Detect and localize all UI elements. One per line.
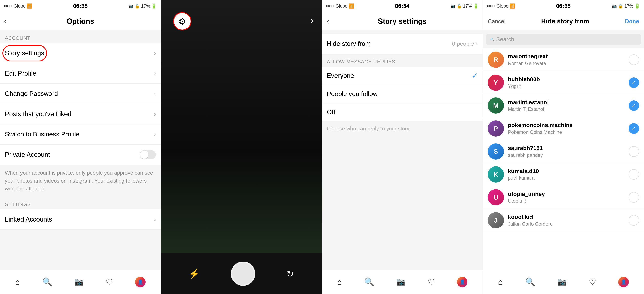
list-item[interactable]: U utopia_tinney Utopia :) [483,186,644,209]
lock-icon-status-1: 🔒 [135,4,140,9]
list-item[interactable]: R maronthegreat Roman Genovata [483,48,644,71]
fullname-utopia-tinney: Utopia :) [508,198,624,204]
tab-search-4[interactable]: 🔍 [525,277,535,287]
reply-hint: Choose who can reply to your story. [322,121,483,136]
tab-profile-3[interactable]: 👤 [457,277,468,287]
hide-story-right: 0 people › [452,41,478,47]
toggle-knob [140,151,148,159]
list-item[interactable]: Y bubbleb00b Yggrit [483,71,644,94]
username-maronthegreat: maronthegreat [508,53,624,60]
status-bar-3: Globe 📶 06:34 📷 🔒 17% 🔋 [322,0,483,12]
tab-profile-1[interactable]: 👤 [135,277,146,287]
gear-icon: ⚙ [178,16,186,27]
signal-dot [326,5,328,7]
check-saurabh7151[interactable] [628,146,639,157]
change-password-label: Change Password [5,90,58,97]
fullname-pokemoncoins: Pokemon Coins Machine [508,129,624,135]
chevron-icon-liked-posts: › [154,111,156,117]
tab-heart-4[interactable]: ♡ [589,277,596,287]
hide-story-nav: Cancel Hide story from Done [483,12,644,31]
tab-home-1[interactable]: ⌂ [15,277,20,286]
menu-item-edit-profile[interactable]: Edit Profile › [0,63,161,84]
spacer-1 [0,230,161,270]
menu-item-story-settings[interactable]: Story settings › [0,43,161,63]
check-bubbleb00b[interactable] [628,77,639,88]
back-button-story[interactable]: ‹ [327,17,329,26]
avatar-koool-kid: J [488,212,504,228]
tab-camera-4[interactable]: 📷 [558,278,566,286]
avatar-bubbleb00b: Y [488,75,504,91]
shutter-button[interactable] [231,261,255,286]
rotate-camera-button[interactable]: ↻ [286,269,294,279]
tab-search-1[interactable]: 🔍 [42,277,52,287]
status-left-4: Globe 📶 [487,4,515,9]
camera-icon-status-3: 📷 [450,4,456,9]
reply-option-people-follow[interactable]: People you follow [322,85,483,103]
check-pokemoncoins[interactable] [628,123,639,134]
tab-home-3[interactable]: ⌂ [337,277,342,286]
signal-dots-1 [4,5,12,7]
check-koool-kid[interactable] [628,215,639,226]
camera-icon-status-4: 📷 [612,4,617,9]
spacer-3 [322,136,483,270]
battery-icon-3: 🔋 [473,4,478,9]
signal-dot [494,5,495,7]
private-account-toggle[interactable] [140,150,156,159]
cancel-button[interactable]: Cancel [488,18,505,25]
list-item[interactable]: S saurabh7151 saurabh pandey [483,140,644,163]
user-info-koool-kid: koool.kid Julian Carlo Cordero [508,214,624,227]
user-info-maronthegreat: maronthegreat Roman Genovata [508,53,624,66]
chevron-icon-change-password: › [154,91,156,97]
edit-profile-label: Edit Profile [5,70,36,77]
menu-item-liked-posts[interactable]: Posts that you've Liked › [0,104,161,124]
check-utopia-tinney[interactable] [628,192,639,203]
camera-icon-status-1: 📷 [128,4,134,9]
signal-dots-3 [326,5,334,7]
gear-button[interactable]: ⚙ [173,12,191,31]
search-bar[interactable]: 🔍 Search [486,34,641,45]
chevron-icon-business-profile: › [154,131,156,138]
check-martint-estanol[interactable] [628,100,639,111]
signal-dot [328,5,330,7]
menu-item-change-password[interactable]: Change Password › [0,84,161,104]
list-item[interactable]: M martint.estanol Martin T. Estanol [483,94,644,117]
tab-profile-4[interactable]: 👤 [618,277,629,287]
tab-camera-3[interactable]: 📷 [396,278,406,286]
camera-chevron-icon[interactable]: › [310,15,314,25]
hide-story-from-row[interactable]: Hide story from 0 people › [322,34,483,54]
signal-dots-4 [487,5,495,7]
list-item[interactable]: J koool.kid Julian Carlo Cordero [483,209,644,232]
tab-camera-1[interactable]: 📷 [74,278,84,286]
page-title-1: Options [67,17,94,26]
tab-heart-3[interactable]: ♡ [428,277,435,287]
fullname-koool-kid: Julian Carlo Cordero [508,221,624,227]
tab-home-4[interactable]: ⌂ [498,277,503,286]
signal-dot [333,5,334,7]
status-right-4: 📷 🔒 17% 🔋 [612,4,640,9]
username-kumala-d10: kumala.d10 [508,168,624,174]
menu-item-business-profile[interactable]: Switch to Business Profile › [0,124,161,144]
reply-hint-text: Choose who can reply to your story. [327,125,410,131]
check-maronthegreat[interactable] [628,54,639,65]
menu-item-linked-accounts[interactable]: Linked Accounts › [0,209,161,230]
list-item[interactable]: K kumala.d10 putri kumala [483,163,644,186]
fullname-martint-estanol: Martin T. Estanol [508,106,624,112]
done-button[interactable]: Done [625,18,639,25]
back-button-1[interactable]: ‹ [4,17,6,26]
search-input-placeholder[interactable]: Search [496,36,514,43]
status-right-3: 📷 🔒 17% 🔋 [450,4,478,9]
panel-hide-story: Globe 📶 06:35 📷 🔒 17% 🔋 Cancel Hide stor… [483,0,644,294]
reply-option-off[interactable]: Off [322,103,483,121]
flash-button[interactable]: ⚡ [189,268,200,279]
tab-heart-1[interactable]: ♡ [106,277,113,287]
list-item[interactable]: P pokemoncoins.machine Pokemon Coins Mac… [483,117,644,140]
battery-3: 17% [463,4,472,9]
settings-section-label: SETTINGS [0,197,161,209]
panel-options: Globe 📶 06:35 📷 🔒 17% 🔋 ‹ Options ACCOUN… [0,0,161,294]
reply-option-everyone[interactable]: Everyone ✓ [322,67,483,85]
check-kumala-d10[interactable] [628,169,639,180]
avatar-martint-estanol: M [488,97,504,114]
tab-bar-1: ⌂ 🔍 📷 ♡ 👤 [0,270,161,294]
tab-search-3[interactable]: 🔍 [364,277,374,287]
time-3: 06:34 [395,3,410,9]
